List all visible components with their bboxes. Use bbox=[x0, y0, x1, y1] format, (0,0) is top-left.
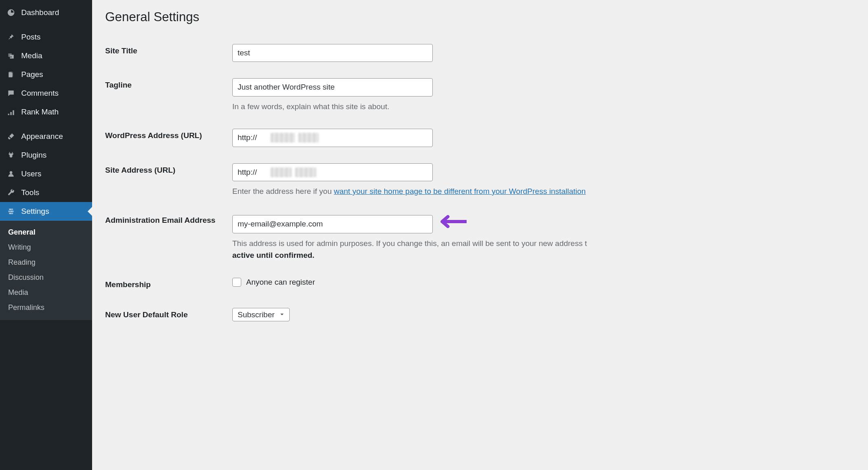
submenu-item-label: Media bbox=[8, 288, 28, 296]
submenu-item-reading[interactable]: Reading bbox=[0, 255, 92, 270]
site-url-description: Enter the address here if you want your … bbox=[232, 185, 856, 197]
admin-email-desc-a: This address is used for admin purposes.… bbox=[232, 239, 587, 248]
redacted-block bbox=[295, 167, 316, 177]
plug-icon bbox=[6, 150, 16, 160]
comment-icon bbox=[6, 88, 16, 99]
site-url-help-link[interactable]: want your site home page to be different… bbox=[334, 187, 586, 195]
media-icon bbox=[6, 51, 16, 61]
wrench-icon bbox=[6, 187, 16, 198]
dashboard-icon bbox=[6, 7, 16, 18]
settings-icon bbox=[6, 206, 16, 217]
sidebar-item-label: Posts bbox=[21, 33, 41, 42]
sidebar-item-label: Plugins bbox=[21, 151, 46, 160]
submenu-item-label: Permalinks bbox=[8, 303, 44, 312]
sidebar-item-plugins[interactable]: Plugins bbox=[0, 146, 92, 165]
sidebar-item-label: Rank Math bbox=[21, 108, 59, 116]
membership-checkbox[interactable] bbox=[232, 278, 241, 287]
site-url-input[interactable] bbox=[232, 163, 433, 181]
default-role-select[interactable]: Subscriber bbox=[232, 308, 290, 321]
sidebar-item-tools[interactable]: Tools bbox=[0, 183, 92, 202]
rankmath-icon bbox=[6, 107, 16, 117]
tagline-input[interactable] bbox=[232, 78, 433, 96]
submenu-item-discussion[interactable]: Discussion bbox=[0, 270, 92, 285]
sidebar-item-posts[interactable]: Posts bbox=[0, 28, 92, 46]
admin-email-description: This address is used for admin purposes.… bbox=[232, 237, 856, 261]
page-title: General Settings bbox=[105, 10, 856, 24]
submenu-item-general[interactable]: General bbox=[0, 225, 92, 240]
submenu-item-label: Writing bbox=[8, 243, 31, 251]
admin-email-input[interactable] bbox=[232, 215, 433, 233]
field-label-site-url: Site Address (URL) bbox=[105, 155, 232, 206]
submenu-item-label: General bbox=[8, 228, 35, 236]
sidebar-item-appearance[interactable]: Appearance bbox=[0, 127, 92, 146]
submenu-item-permalinks[interactable]: Permalinks bbox=[0, 300, 92, 315]
sidebar-item-settings[interactable]: Settings bbox=[0, 202, 92, 221]
sidebar-item-label: Appearance bbox=[21, 132, 63, 141]
sidebar-item-users[interactable]: Users bbox=[0, 165, 92, 183]
sidebar-item-label: Comments bbox=[21, 89, 59, 98]
redacted-block bbox=[271, 133, 295, 143]
sidebar-item-label: Tools bbox=[21, 188, 39, 197]
pin-icon bbox=[6, 32, 16, 42]
sidebar-item-media[interactable]: Media bbox=[0, 46, 92, 65]
sidebar-item-pages[interactable]: Pages bbox=[0, 65, 92, 84]
sidebar-item-label: Media bbox=[21, 51, 42, 60]
admin-sidebar: Dashboard Posts Media Pages Commen bbox=[0, 0, 92, 470]
settings-submenu: General Writing Reading Discussion Media… bbox=[0, 221, 92, 320]
pages-icon bbox=[6, 69, 16, 80]
sidebar-item-label: Pages bbox=[21, 70, 43, 79]
site-url-desc-pre: Enter the address here if you bbox=[232, 187, 334, 195]
settings-content: General Settings Site Title Tagline In a… bbox=[92, 0, 868, 470]
field-label-tagline: Tagline bbox=[105, 70, 232, 121]
field-label-wp-url: WordPress Address (URL) bbox=[105, 121, 232, 155]
site-title-input[interactable] bbox=[232, 44, 433, 62]
redacted-block bbox=[271, 167, 292, 177]
brush-icon bbox=[6, 131, 16, 142]
sidebar-item-label: Users bbox=[21, 169, 42, 178]
arrow-annotation-icon bbox=[441, 215, 467, 230]
submenu-item-writing[interactable]: Writing bbox=[0, 240, 92, 255]
wordpress-url-input[interactable] bbox=[232, 129, 433, 147]
user-icon bbox=[6, 169, 16, 179]
sidebar-item-label: Settings bbox=[21, 207, 49, 216]
tagline-description: In a few words, explain what this site i… bbox=[232, 101, 856, 112]
field-label-admin-email: Administration Email Address bbox=[105, 205, 232, 269]
submenu-item-label: Reading bbox=[8, 258, 35, 266]
field-label-site-title: Site Title bbox=[105, 36, 232, 70]
redacted-block bbox=[298, 133, 319, 143]
sidebar-item-dashboard[interactable]: Dashboard bbox=[0, 3, 92, 22]
submenu-item-media[interactable]: Media bbox=[0, 285, 92, 300]
field-label-default-role: New User Default Role bbox=[105, 300, 232, 330]
sidebar-item-label: Dashboard bbox=[21, 8, 59, 17]
membership-checkbox-label[interactable]: Anyone can register bbox=[246, 278, 315, 287]
sidebar-item-rankmath[interactable]: Rank Math bbox=[0, 103, 92, 121]
field-label-membership: Membership bbox=[105, 270, 232, 300]
sidebar-item-comments[interactable]: Comments bbox=[0, 84, 92, 103]
submenu-item-label: Discussion bbox=[8, 273, 44, 281]
admin-email-desc-b: active until confirmed. bbox=[232, 251, 315, 259]
